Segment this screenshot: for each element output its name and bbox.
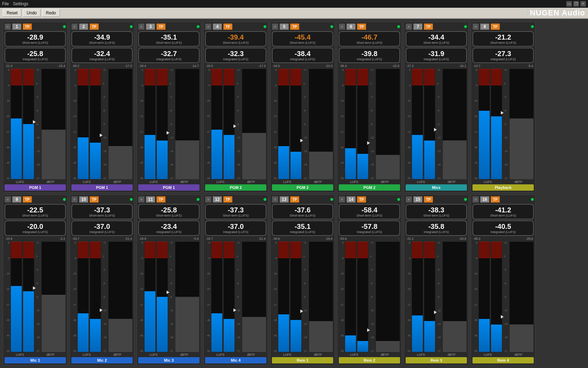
minimize-button[interactable]: — xyxy=(566,1,572,7)
close-icon-12[interactable]: × xyxy=(205,196,211,203)
integrated-display-8: -27.3 Integrated (LUFS) xyxy=(472,48,534,63)
tp-button-11[interactable]: TP xyxy=(156,196,166,203)
tp-button-1[interactable]: TP xyxy=(23,23,32,30)
close-icon-6[interactable]: × xyxy=(339,23,345,30)
close-icon-4[interactable]: × xyxy=(205,23,211,30)
lufs-marker-3 xyxy=(167,131,169,135)
tp-button-13[interactable]: TP xyxy=(290,196,299,203)
short-term-display-2: -34.9 Short-term (LUFS) xyxy=(71,31,133,47)
lufs-bar-1-12 xyxy=(223,241,235,352)
short-term-label-14: Short-term (LUFS) xyxy=(342,214,397,217)
lufs-bars-3 xyxy=(144,69,168,179)
scale-left-2: -6-9-18-23-27-36-45-54 xyxy=(71,69,76,179)
channel-number-12: 12 xyxy=(213,196,222,203)
short-term-label-12: Short-term (LUFS) xyxy=(209,214,263,217)
lufs-marker-11 xyxy=(167,291,169,294)
lufs-bar-1-2 xyxy=(90,69,101,179)
tp-button-10[interactable]: TP xyxy=(90,196,99,203)
scale-left-12: -6-9-18-23-27-36-45-54 xyxy=(205,241,210,352)
short-term-value-11: -25.8 xyxy=(142,206,196,214)
lufs-bars-13 xyxy=(278,241,302,352)
channel-header-12: × 12 TP xyxy=(205,196,266,203)
lufs-bar-1-1 xyxy=(23,69,34,179)
close-icon-10[interactable]: × xyxy=(71,196,78,203)
peak-right-3: -14.7 xyxy=(191,64,199,68)
close-icon-14[interactable]: × xyxy=(339,196,345,203)
tp-button-4[interactable]: TP xyxy=(223,23,232,30)
tp-button-5[interactable]: TP xyxy=(290,23,299,30)
undo-button[interactable]: Undo xyxy=(23,9,41,17)
scale-left-14: -6-9-18-23-27-36-45-54 xyxy=(339,241,344,352)
tp-button-2[interactable]: TP xyxy=(90,23,99,30)
close-icon-3[interactable]: × xyxy=(138,23,145,30)
channel-9: × 9 TP -22.5 Short-term (LUFS) -20.0 Int… xyxy=(3,195,68,365)
lufs-marker-15 xyxy=(434,311,437,314)
peak-row-6: -36.4 -22.6 xyxy=(339,64,400,68)
close-icon-16[interactable]: × xyxy=(472,196,479,203)
close-icon-11[interactable]: × xyxy=(138,196,145,203)
dbtp-bar-14 xyxy=(376,241,400,352)
tp-button-16[interactable]: TP xyxy=(491,196,500,203)
close-icon-13[interactable]: × xyxy=(272,196,278,203)
channel-label-16: Rem 4 xyxy=(472,357,534,363)
close-icon-15[interactable]: × xyxy=(406,196,412,203)
peak-right-16: -29.6 xyxy=(526,237,533,240)
led-indicator-1 xyxy=(63,25,66,28)
vu-labels-16: LUFS dBTP xyxy=(472,353,534,356)
menu-file[interactable]: File xyxy=(2,1,9,6)
integrated-value-11: -23.4 xyxy=(142,223,196,230)
integrated-label-15: Integrated (LUFS) xyxy=(409,230,463,234)
toolbar: Reset Undo Redo : NUGEN Audio xyxy=(0,8,588,19)
lufs-marker-1 xyxy=(33,120,36,124)
tp-button-12[interactable]: TP xyxy=(223,196,232,203)
dbtp-bar-9 xyxy=(41,241,66,352)
close-icon-9[interactable]: × xyxy=(5,196,11,203)
integrated-value-3: -32.7 xyxy=(142,50,196,57)
tp-button-7[interactable]: TP xyxy=(424,23,433,30)
short-term-value-16: -41.2 xyxy=(476,206,530,214)
reset-button[interactable]: Reset xyxy=(3,9,21,17)
lufs-bar-1-9 xyxy=(23,241,34,352)
close-icon-5[interactable]: × xyxy=(272,23,278,30)
vu-area-11: -6-9-18-23-27-36-45-54+30-3-6-9-12-15-18… xyxy=(138,241,200,352)
tp-button-8[interactable]: TP xyxy=(491,23,500,30)
tp-button-6[interactable]: TP xyxy=(357,23,366,30)
led-indicator-5 xyxy=(330,25,333,28)
short-term-display-4: -39.4 Short-term (LUFS) xyxy=(205,31,266,47)
integrated-display-7: -31.9 Integrated (LUFS) xyxy=(406,48,467,63)
integrated-value-1: -25.8 xyxy=(8,50,62,57)
scale-right-14: +30-3-6-9-12-15-18-27 xyxy=(370,241,374,352)
tp-button-9[interactable]: TP xyxy=(23,196,32,203)
peak-left-10: -33.7 xyxy=(72,237,79,240)
menu-settings[interactable]: Settings xyxy=(13,1,28,6)
lufs-bar-1-7 xyxy=(424,69,435,179)
close-icon-8[interactable]: × xyxy=(472,23,479,30)
close-icon-2[interactable]: × xyxy=(71,23,78,30)
peak-left-3: -28.4 xyxy=(139,64,146,68)
short-term-display-5: -45.4 Short-term (LUFS) xyxy=(272,31,333,47)
tp-button-14[interactable]: TP xyxy=(357,196,366,203)
close-icon-7[interactable]: × xyxy=(406,23,412,30)
channel-header-2: × 2 TP xyxy=(71,23,133,30)
channel-header-10: × 10 TP xyxy=(71,196,133,203)
peak-left-8: -13.7 xyxy=(473,64,481,68)
restore-button[interactable]: ❐ xyxy=(573,1,579,7)
integrated-value-13: -35.1 xyxy=(275,223,330,230)
peak-left-4: -26.5 xyxy=(206,64,213,68)
vu-labels-4: LUFS dBTP xyxy=(205,180,266,184)
peak-row-11: -18.9 -5.6 xyxy=(138,237,200,240)
close-icon-1[interactable]: × xyxy=(5,23,11,30)
lufs-bars-8 xyxy=(478,69,502,179)
short-term-display-9: -22.5 Short-term (LUFS) xyxy=(5,204,66,219)
lufs-bar-0-4 xyxy=(211,69,223,179)
integrated-value-5: -38.4 xyxy=(275,50,330,57)
integrated-label-12: Integrated (LUFS) xyxy=(209,230,263,234)
close-button[interactable]: × xyxy=(580,1,586,7)
tp-button-3[interactable]: TP xyxy=(156,23,166,30)
tp-button-15[interactable]: TP xyxy=(424,196,433,203)
vu-area-3: -6-9-18-23-27-36-45-54+30-3-6-9-12-15-18… xyxy=(138,69,200,179)
redo-button[interactable]: Redo xyxy=(42,9,60,17)
short-term-value-8: -21.2 xyxy=(476,33,530,41)
vu-area-15: -6-9-18-23-27-36-45-54+30-3-6-9-12-15-18… xyxy=(406,241,467,352)
peak-left-11: -18.9 xyxy=(139,237,146,240)
